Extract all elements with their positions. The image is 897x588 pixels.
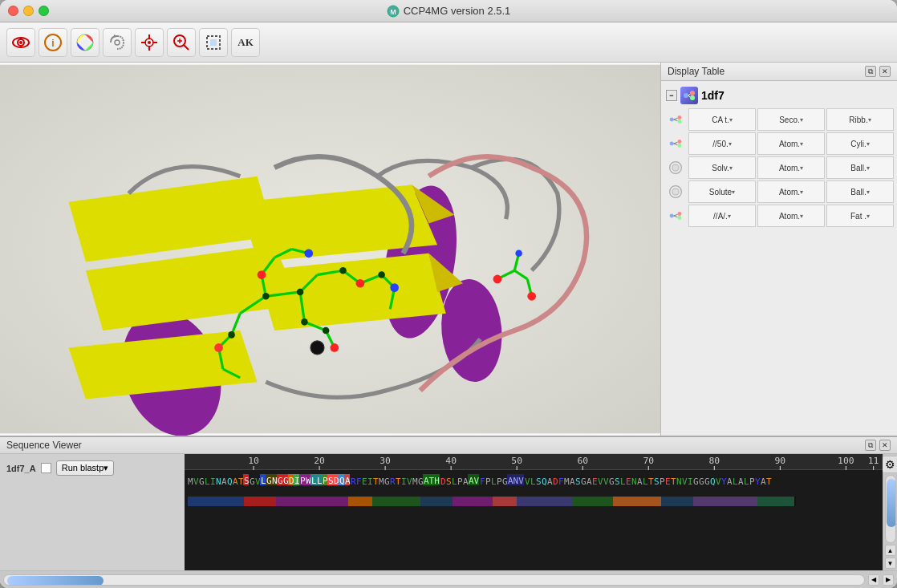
display-table-close-button[interactable]: ✕: [879, 66, 891, 77]
color-wheel-icon: [75, 33, 95, 52]
svg-text:i: i: [51, 38, 54, 49]
row5-col1[interactable]: //A/.▾: [688, 205, 756, 227]
row4-col3[interactable]: Ball.▾: [826, 180, 894, 203]
svg-point-60: [323, 327, 330, 335]
svg-point-63: [228, 331, 235, 339]
color-button[interactable]: [71, 28, 99, 57]
seq-scroll-thumb: [887, 479, 896, 527]
view-button[interactable]: [6, 28, 35, 57]
display-table-content: − 1df7: [661, 81, 897, 436]
row5-col3[interactable]: Fat .▾: [826, 205, 894, 227]
svg-rect-252: [693, 497, 757, 506]
row1-col2[interactable]: Seco.▾: [757, 108, 825, 131]
seq-nav-left-button[interactable]: ◀: [868, 574, 879, 586]
svg-text:G: G: [266, 476, 272, 486]
svg-rect-21: [210, 39, 217, 46]
svg-text:AV: AV: [469, 476, 480, 486]
display-table-restore-button[interactable]: ⧉: [865, 66, 876, 77]
svg-text:G: G: [283, 476, 289, 486]
close-button[interactable]: [8, 6, 18, 16]
seq-close-button[interactable]: ✕: [879, 440, 891, 451]
eye-icon: [11, 33, 30, 52]
info-button[interactable]: i: [39, 28, 67, 57]
maximize-button[interactable]: [39, 6, 49, 16]
row3-col3[interactable]: Ball.▾: [826, 156, 894, 179]
seq-scroll-down-button[interactable]: ▼: [885, 558, 896, 569]
seq-header-buttons: ⧉ ✕: [865, 440, 891, 451]
select-button[interactable]: [199, 28, 228, 57]
svg-text:F: F: [558, 476, 564, 487]
svg-text:S: S: [615, 476, 620, 487]
svg-point-61: [301, 318, 308, 326]
svg-text:90: 90: [775, 456, 786, 465]
svg-line-77: [688, 94, 690, 95]
svg-rect-247: [493, 497, 517, 506]
svg-text:N: N: [272, 476, 278, 486]
svg-text:G: G: [384, 476, 390, 487]
svg-text:G: G: [581, 476, 586, 487]
svg-text:ATH: ATH: [424, 476, 440, 486]
titlebar: M CCP4MG version 2.5.1: [0, 0, 897, 22]
main-area: CA Display Table ⧉ ✕ −: [0, 63, 897, 588]
chain-checkbox[interactable]: [41, 463, 51, 473]
sequence-display-area[interactable]: M V G L I N A Q A T: [185, 470, 883, 570]
row4-col2[interactable]: Atom.▾: [757, 180, 825, 203]
svg-text:L: L: [491, 476, 497, 487]
seq-scroll-track[interactable]: [885, 475, 896, 543]
row2-col1[interactable]: //50.▾: [688, 132, 756, 155]
svg-point-9: [115, 40, 120, 45]
svg-point-53: [331, 343, 339, 352]
sequence-ruler: 10 20 30 40 50 60: [185, 454, 883, 470]
row1-col1[interactable]: CA t.▾: [688, 108, 756, 131]
row1-col3[interactable]: Ribb.▾: [826, 108, 894, 131]
row5-col2[interactable]: Atom.▾: [757, 205, 825, 227]
svg-text:P: P: [497, 476, 502, 487]
row2-col3[interactable]: Cyli.▾: [826, 132, 894, 155]
row4-col1[interactable]: Solute▾: [688, 180, 756, 203]
svg-text:S: S: [536, 476, 542, 487]
svg-text:E: E: [592, 476, 598, 487]
row2-col2[interactable]: Atom.▾: [757, 132, 825, 155]
minimize-button[interactable]: [23, 6, 34, 16]
row3-col2[interactable]: Atom.▾: [757, 156, 825, 179]
blastp-label: Run blastp▾: [62, 463, 109, 473]
svg-point-79: [670, 118, 674, 122]
svg-text:Q: Q: [710, 476, 716, 487]
seq-hscroll-track[interactable]: [3, 574, 865, 586]
seq-settings-button[interactable]: ⚙: [882, 456, 898, 473]
row4-icon: [664, 180, 687, 203]
svg-rect-244: [372, 497, 420, 506]
svg-text:M: M: [188, 476, 193, 487]
svg-text:V: V: [682, 476, 688, 487]
row3-col1[interactable]: Solv.▾: [688, 156, 756, 179]
svg-text:E: E: [626, 476, 631, 487]
svg-text:R: R: [351, 476, 356, 487]
sequence-viewer-header: Sequence Viewer ⧉ ✕: [0, 437, 897, 454]
svg-point-92: [672, 189, 679, 195]
display-table-header-buttons: ⧉ ✕: [865, 66, 891, 77]
center-button[interactable]: [135, 28, 164, 57]
svg-text:Y: Y: [755, 476, 761, 487]
chain-label: 1df7_A: [6, 464, 36, 473]
rotate-button[interactable]: [103, 28, 132, 57]
svg-point-57: [390, 283, 399, 292]
expand-button[interactable]: −: [666, 90, 677, 101]
svg-text:V: V: [407, 476, 412, 487]
measure-button[interactable]: AK: [231, 28, 260, 57]
molecule-name: 1df7: [701, 89, 724, 102]
svg-point-54: [214, 343, 223, 352]
seq-horizontal-scrollbar-area: ◀ ▶: [0, 570, 897, 588]
zoom-button[interactable]: [167, 28, 196, 57]
seq-scroll-up-button[interactable]: ▲: [885, 545, 896, 556]
svg-text:Q: Q: [227, 476, 233, 487]
svg-text:T: T: [648, 476, 654, 487]
svg-line-78: [688, 95, 690, 97]
svg-text:T: T: [238, 476, 244, 487]
blastp-button[interactable]: Run blastp▾: [56, 460, 115, 476]
viewport[interactable]: CA: [0, 63, 660, 436]
svg-line-97: [674, 216, 678, 217]
seq-restore-button[interactable]: ⧉: [865, 440, 876, 451]
svg-text:A: A: [345, 476, 351, 486]
svg-point-85: [677, 140, 681, 144]
seq-nav-right-button[interactable]: ▶: [883, 574, 894, 586]
